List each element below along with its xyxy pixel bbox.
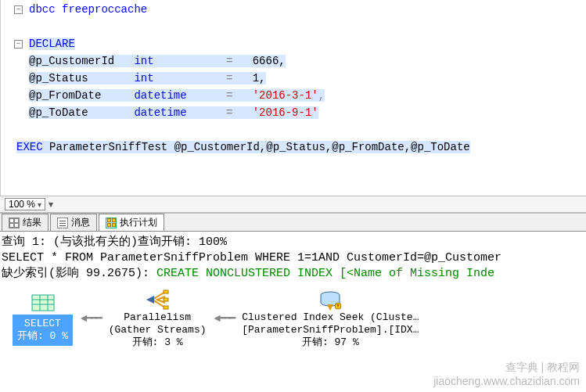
watermark: 查字典 | 教程网 jiaocheng.www.chazidian.com — [433, 361, 580, 387]
svg-rect-6 — [164, 290, 168, 293]
code-text: DECLARE — [29, 38, 75, 50]
plan-node-index-seek[interactable]: Clustered Index Seek (Cluste… [Parameter… — [242, 288, 419, 349]
plan-arrow-icon: ◄━━━ — [214, 311, 235, 326]
chevron-down-icon: ▾ — [38, 200, 41, 209]
plan-node-parallelism[interactable]: Parallelism (Gather Streams) 开销: 3 % — [109, 288, 207, 349]
sql-editor-pane[interactable]: −dbcc freeproccache −DECLARE @p_Customer… — [0, 0, 586, 196]
svg-marker-10 — [327, 304, 333, 311]
svg-rect-7 — [164, 298, 168, 301]
svg-marker-5 — [146, 296, 154, 304]
select-result-icon — [29, 292, 57, 314]
code-text — [1, 20, 586, 38]
plan-icon — [106, 218, 117, 228]
tab-messages[interactable]: 消息 — [50, 214, 97, 231]
query-cost-line: 查询 1: (与该批有关的)查询开销: 100% — [2, 235, 584, 250]
plan-graph: SELECT 开销: 0 % ◄━━━ Parallelism (Gather … — [2, 282, 584, 355]
plan-node-select[interactable]: SELECT 开销: 0 % — [13, 291, 73, 346]
fold-toggle-2[interactable]: − — [14, 40, 23, 49]
zoom-bar: 100 % ▾ ▾ — [0, 196, 586, 213]
execution-plan-pane[interactable]: 查询 1: (与该批有关的)查询开销: 100% SELECT * FROM P… — [0, 232, 586, 358]
query-sql-line: SELECT * FROM ParameterSniffProblem WHER… — [2, 250, 584, 266]
results-tabs: 结果 消息 执行计划 — [0, 213, 586, 232]
clustered-index-seek-icon — [316, 289, 344, 311]
fold-toggle-1[interactable]: − — [14, 5, 23, 14]
tab-execution-plan[interactable]: 执行计划 — [99, 214, 164, 231]
svg-rect-0 — [32, 295, 54, 311]
zoom-combo[interactable]: 100 % ▾ — [5, 198, 45, 210]
messages-icon — [57, 218, 68, 228]
code-text: dbcc freeproccache — [29, 3, 147, 16]
tab-label: 执行计划 — [120, 216, 157, 229]
tab-label: 消息 — [71, 216, 90, 229]
missing-index-line: 缺少索引(影响 99.2675): CREATE NONCLUSTERED IN… — [2, 266, 584, 282]
tab-results[interactable]: 结果 — [2, 214, 49, 231]
plan-arrow-icon: ◄━━━ — [81, 311, 101, 326]
tab-label: 结果 — [23, 216, 41, 229]
svg-rect-8 — [164, 306, 168, 309]
grid-icon — [9, 218, 20, 228]
zoom-dash-icon: ▾ — [49, 199, 53, 210]
parallelism-icon — [143, 289, 171, 311]
